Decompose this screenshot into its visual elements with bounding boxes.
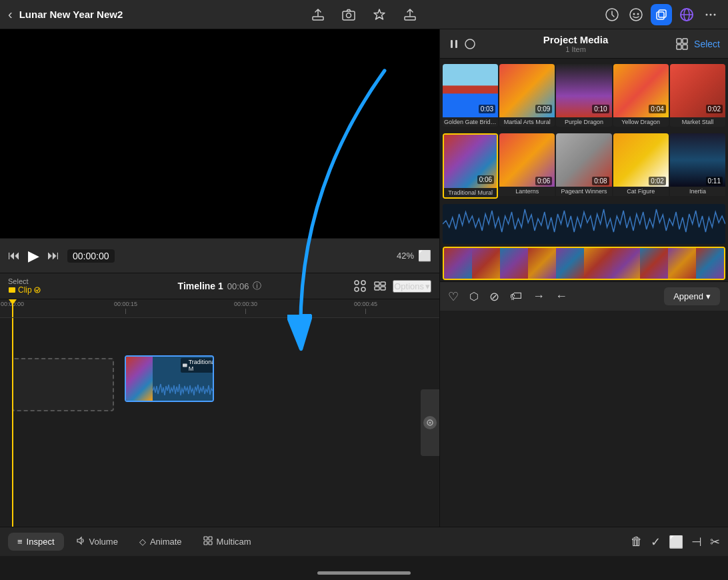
svg-rect-22 <box>375 282 379 285</box>
grid-icon[interactable] <box>675 37 689 51</box>
top-bar-left: ‹ Lunar New Year New2 <box>8 7 603 22</box>
media-item-martial-arts[interactable]: 0:09 Martial Arts Mural <box>499 64 555 127</box>
name-cat-figure: Cat Figure <box>613 187 669 196</box>
svg-rect-37 <box>204 537 207 540</box>
left-panel: ⏮ ▶ ⏭ 00:00:00 42% ⬜ Select Clip <box>0 29 440 527</box>
name-traditional-mural: Traditional Mural <box>444 188 497 197</box>
duration-yellow-dragon: 0:04 <box>649 105 665 113</box>
globe-icon[interactable] <box>677 5 696 24</box>
expand-icon[interactable]: ⬜ <box>669 535 683 549</box>
timeline-title: Timeline 1 <box>178 281 223 291</box>
check-icon[interactable]: ✓ <box>651 535 661 549</box>
clip-thumbnail <box>126 357 153 401</box>
skip-forward-button[interactable]: ⏭ <box>47 249 59 263</box>
timeline-knob[interactable] <box>421 389 439 456</box>
main-area: ⏮ ▶ ⏭ 00:00:00 42% ⬜ Select Clip <box>0 29 728 527</box>
media-item-pageant[interactable]: 0:08 Pageant Winners <box>556 133 611 199</box>
video-preview[interactable] <box>0 29 439 238</box>
circle-icon[interactable] <box>464 38 476 50</box>
face-detect-icon[interactable] <box>627 5 645 24</box>
svg-point-2 <box>347 13 351 17</box>
heart-icon[interactable]: ♡ <box>448 289 459 304</box>
arrow-left-icon[interactable]: ← <box>555 289 567 303</box>
media-item-purple-dragon[interactable]: 0:10 Purple Dragon <box>556 64 611 127</box>
media-header-right: Select <box>675 37 720 51</box>
photo-library-button[interactable] <box>651 4 672 25</box>
share-icon[interactable] <box>401 5 419 24</box>
selected-clip-strip[interactable] <box>443 247 725 280</box>
arrow-right-icon[interactable]: → <box>533 289 545 303</box>
svg-rect-25 <box>381 287 385 290</box>
media-item-market-stall[interactable]: 0:02 Market Stall <box>670 64 725 127</box>
media-item-golden-gate[interactable]: 0:03 Golden Gate Bridge <box>443 64 498 127</box>
svg-point-6 <box>633 13 635 15</box>
timeline-info-button[interactable]: ⓘ <box>253 280 261 292</box>
duration-purple-dragon: 0:10 <box>592 105 609 113</box>
svg-point-31 <box>465 39 475 49</box>
playhead[interactable] <box>12 299 13 317</box>
back-button[interactable]: ‹ <box>8 7 13 22</box>
history-icon[interactable] <box>603 5 621 24</box>
timeline-view-icon[interactable] <box>353 279 367 293</box>
svg-point-13 <box>706 13 708 15</box>
cut-icon[interactable]: ✂ <box>710 535 720 549</box>
video-clip[interactable]: Traditional M <box>125 355 214 402</box>
playback-controls: ⏮ ▶ ⏭ 00:00:00 42% ⬜ <box>0 238 439 273</box>
media-grid: 0:03 Golden Gate Bridge 0:09 Martial Art… <box>440 61 728 129</box>
name-pageant: Pageant Winners <box>556 187 611 196</box>
svg-rect-3 <box>405 17 415 20</box>
playhead-triangle <box>9 299 17 305</box>
clip-name: Traditional M <box>189 359 213 372</box>
top-bar-right-icons <box>603 4 720 25</box>
svg-rect-9 <box>659 10 666 17</box>
ruler-mark-45: 00:00:45 <box>365 299 366 317</box>
badge-icon[interactable]: ⬡ <box>469 290 479 303</box>
volume-button[interactable]: Volume <box>67 532 127 551</box>
top-bar: ‹ Lunar New Year New2 <box>0 0 728 29</box>
fullscreen-button[interactable]: ⬜ <box>418 249 431 262</box>
trash-icon[interactable]: 🗑 <box>631 535 643 549</box>
more-icon[interactable] <box>701 5 720 24</box>
name-purple-dragon: Purple Dragon <box>556 117 611 127</box>
clip-waveform: Traditional M <box>153 357 213 401</box>
svg-point-15 <box>714 13 716 15</box>
media-item-cat-figure[interactable]: 0:02 Cat Figure <box>613 133 669 199</box>
camera-icon[interactable] <box>339 5 358 24</box>
audio-waveform-strip <box>443 204 725 244</box>
media-item-traditional-mural[interactable]: 0:06 Traditional Mural <box>443 133 498 199</box>
zoom-control: 42% ⬜ <box>397 249 431 262</box>
export-icon[interactable] <box>309 5 327 24</box>
tag-icon[interactable]: 🏷 <box>510 289 522 303</box>
volume-icon <box>76 536 85 547</box>
media-grid-row2: 0:06 Traditional Mural 0:06 Lanterns 0:0… <box>440 131 728 201</box>
select-label: Select <box>8 277 41 285</box>
multicam-button[interactable]: Multicam <box>194 532 261 551</box>
timeline-tracks[interactable]: Traditional M <box>0 318 439 527</box>
svg-rect-40 <box>209 541 212 545</box>
media-item-yellow-dragon[interactable]: 0:04 Yellow Dragon <box>613 64 669 127</box>
play-button[interactable]: ▶ <box>28 247 39 265</box>
empty-clip-placeholder <box>12 358 114 411</box>
split-icon[interactable]: ⊣ <box>691 535 702 549</box>
star-icon[interactable] <box>370 5 389 24</box>
duration-market-stall: 0:02 <box>706 105 723 113</box>
no-icon[interactable]: ⊘ <box>489 289 499 304</box>
pause-icon[interactable] <box>448 38 460 50</box>
app-title: Lunar New Year New2 <box>19 9 123 20</box>
home-bar <box>317 571 411 575</box>
svg-rect-34 <box>677 45 681 49</box>
timeline-layout-icon[interactable] <box>373 279 387 293</box>
media-item-lanterns[interactable]: 0:06 Lanterns <box>499 133 555 199</box>
animate-button[interactable]: ◇ Animate <box>130 533 191 551</box>
svg-point-7 <box>637 13 639 15</box>
skip-back-button[interactable]: ⏮ <box>8 249 20 263</box>
knob-circle <box>423 416 437 429</box>
inspect-label: Inspect <box>27 537 55 547</box>
options-button[interactable]: Options ▾ <box>393 280 431 293</box>
media-item-inertia[interactable]: 0:11 Inertia <box>670 133 725 199</box>
ruler-mark-15: 00:00:15 <box>125 299 126 317</box>
append-button[interactable]: Append ▾ <box>664 287 720 305</box>
media-select-button[interactable]: Select <box>694 39 720 49</box>
inspect-button[interactable]: ≡ Inspect <box>8 533 64 551</box>
timeline-title-area: Timeline 1 00:06 ⓘ <box>178 280 262 292</box>
